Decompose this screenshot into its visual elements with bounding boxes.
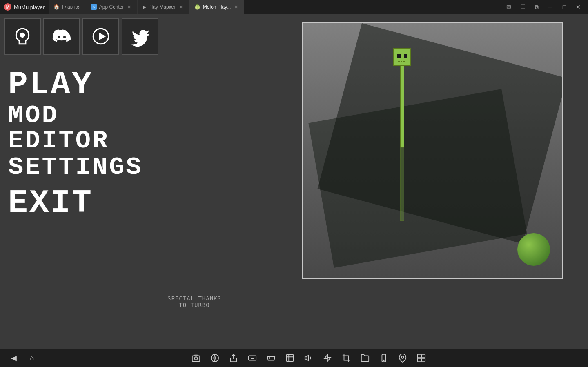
svg-marker-2	[99, 33, 106, 40]
menu-mod-editor-button[interactable]: MOD EDITOR	[8, 103, 143, 153]
close-btn[interactable]: ✕	[572, 1, 585, 13]
tab-home-label: Главная	[62, 4, 81, 10]
tabs-container: 🏠 Главная A App Center ✕ ▶ Play Маркет ✕…	[49, 0, 502, 14]
tab-close-melon[interactable]: ✕	[233, 4, 239, 10]
tab-playmarket[interactable]: ▶ Play Маркет ✕	[138, 0, 189, 14]
svg-point-4	[194, 357, 197, 360]
svg-rect-24	[422, 354, 425, 358]
toolbar-left: ◀ ⌂	[8, 352, 38, 364]
resize-icon[interactable]	[284, 352, 296, 364]
back-button[interactable]: ◀	[8, 352, 20, 364]
svg-rect-23	[418, 354, 421, 358]
peashooter-icon	[12, 26, 33, 47]
appcenter-icon: A	[91, 4, 97, 10]
preview-background	[303, 23, 562, 278]
logo-icon: M	[4, 3, 11, 11]
camera-icon[interactable]	[190, 352, 202, 364]
svg-rect-12	[249, 356, 256, 360]
special-thanks-text: SPECIAL THANKS TO TURBO	[167, 295, 221, 308]
discord-icon-box[interactable]	[43, 18, 80, 55]
twitter-icon	[130, 26, 150, 47]
peashooter-icon-box[interactable]	[4, 18, 41, 55]
titlebar: M MuMu player 🏠 Главная A App Center ✕ ▶…	[0, 0, 588, 14]
mod-label: MOD	[8, 101, 59, 130]
tab-home[interactable]: 🏠 Главная	[49, 0, 86, 14]
svg-point-22	[401, 356, 404, 358]
game-preview-box	[302, 22, 564, 279]
svg-point-21	[383, 360, 384, 361]
stick-figure	[393, 48, 411, 221]
message-btn[interactable]: ✉	[502, 1, 515, 13]
restore-btn[interactable]: ⧉	[530, 1, 543, 13]
map-pin-icon[interactable]	[397, 352, 408, 364]
speed-icon[interactable]	[322, 352, 333, 364]
crop-icon[interactable]	[341, 352, 352, 364]
phone-icon[interactable]	[378, 352, 390, 364]
menu-btn[interactable]: ☰	[516, 1, 529, 13]
discord-icon	[51, 26, 72, 47]
social-icons-row	[4, 18, 158, 55]
playstore-icon: ▶	[143, 4, 146, 10]
location-icon[interactable]	[209, 352, 220, 364]
minimize-btn[interactable]: ─	[544, 1, 557, 13]
tab-appcenter[interactable]: A App Center ✕	[86, 0, 138, 14]
tab-playmarket-label: Play Маркет	[149, 4, 176, 10]
menu-exit-button[interactable]: EXIT	[8, 185, 143, 221]
svg-point-0	[20, 33, 25, 38]
home-button[interactable]: ⌂	[26, 352, 38, 364]
volume-icon[interactable]	[303, 352, 314, 364]
content-area: PLAY MOD EDITOR SETTINGS EXIT SPECIAL TH…	[0, 14, 588, 349]
tab-close-appcenter[interactable]: ✕	[127, 4, 132, 10]
menu-play-button[interactable]: PLAY	[8, 67, 143, 103]
keyboard-icon[interactable]	[247, 352, 258, 364]
svg-rect-26	[422, 358, 425, 362]
game-menu: PLAY MOD EDITOR SETTINGS EXIT	[8, 67, 143, 221]
home-icon: 🏠	[53, 4, 60, 10]
share-icon[interactable]	[228, 352, 239, 364]
bottom-toolbar: ◀ ⌂	[0, 349, 588, 367]
svg-rect-25	[418, 358, 421, 362]
video-icon-box[interactable]	[82, 18, 119, 55]
tab-close-playmarket[interactable]: ✕	[178, 4, 184, 10]
tab-melon[interactable]: 🍈 Melon Play... ✕	[189, 0, 244, 14]
editor-label: EDITOR	[8, 126, 109, 155]
multiwindow-icon[interactable]	[416, 352, 427, 364]
svg-marker-19	[305, 356, 308, 361]
tab-appcenter-label: App Center	[99, 4, 124, 10]
files-icon[interactable]	[359, 352, 371, 364]
window-controls: ✉ ☰ ⧉ ─ □ ✕	[502, 1, 588, 13]
app-name: MuMu player	[14, 4, 45, 10]
gamepad-icon[interactable]	[265, 352, 277, 364]
green-ball	[517, 233, 550, 266]
maximize-btn[interactable]: □	[558, 1, 571, 13]
svg-rect-18	[287, 355, 294, 362]
toolbar-center	[190, 352, 427, 364]
special-thanks-line2: TO TURBO	[179, 302, 209, 308]
tab-melon-label: Melon Play...	[203, 4, 231, 10]
melon-icon: 🍈	[194, 4, 200, 10]
menu-settings-button[interactable]: SETTINGS	[8, 153, 143, 181]
app-logo: M MuMu player	[0, 3, 49, 11]
special-thanks-line1: SPECIAL THANKS	[167, 295, 221, 302]
svg-point-6	[214, 357, 216, 359]
twitter-icon-box[interactable]	[122, 18, 158, 55]
play-icon	[91, 26, 111, 47]
